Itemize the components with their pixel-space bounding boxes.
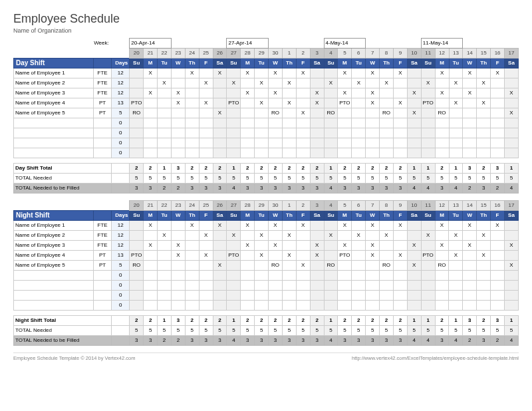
shift-cell[interactable] bbox=[185, 231, 199, 241]
shift-cell[interactable] bbox=[185, 78, 199, 88]
shift-cell[interactable]: X bbox=[338, 241, 352, 251]
shift-cell[interactable]: X bbox=[199, 231, 213, 241]
shift-cell[interactable] bbox=[255, 108, 269, 118]
shift-cell[interactable]: X bbox=[310, 98, 324, 108]
shift-cell[interactable] bbox=[394, 78, 408, 88]
shift-cell[interactable]: X bbox=[255, 251, 269, 261]
week-start[interactable]: 11-May-14 bbox=[421, 39, 463, 49]
shift-cell[interactable]: X bbox=[352, 78, 366, 88]
employee-name[interactable]: Name of Employee 2 bbox=[14, 231, 94, 241]
shift-cell[interactable] bbox=[171, 68, 185, 78]
shift-cell[interactable]: X bbox=[421, 231, 435, 241]
needed-cell[interactable]: 5 bbox=[144, 326, 158, 336]
shift-cell[interactable] bbox=[505, 98, 519, 108]
shift-cell[interactable]: X bbox=[366, 98, 380, 108]
shift-cell[interactable] bbox=[269, 98, 283, 108]
shift-cell[interactable]: X bbox=[199, 98, 213, 108]
shift-cell[interactable] bbox=[282, 88, 296, 98]
shift-cell[interactable]: X bbox=[296, 68, 310, 78]
shift-cell[interactable] bbox=[199, 88, 213, 98]
shift-cell[interactable]: X bbox=[338, 68, 352, 78]
shift-cell[interactable] bbox=[144, 231, 158, 241]
shift-cell[interactable] bbox=[449, 88, 463, 98]
shift-cell[interactable] bbox=[380, 98, 394, 108]
shift-cell[interactable]: X bbox=[407, 108, 421, 118]
shift-cell[interactable] bbox=[158, 68, 172, 78]
shift-cell[interactable]: X bbox=[144, 241, 158, 251]
shift-cell[interactable] bbox=[366, 108, 380, 118]
shift-cell[interactable] bbox=[282, 68, 296, 78]
shift-cell[interactable] bbox=[144, 78, 158, 88]
needed-cell[interactable]: 5 bbox=[296, 174, 310, 184]
needed-cell[interactable]: 5 bbox=[435, 326, 449, 336]
shift-cell[interactable] bbox=[241, 231, 255, 241]
needed-cell[interactable]: 5 bbox=[255, 174, 269, 184]
shift-cell[interactable] bbox=[130, 88, 144, 98]
shift-cell[interactable] bbox=[393, 261, 407, 271]
needed-cell[interactable]: 5 bbox=[158, 174, 172, 184]
shift-cell[interactable] bbox=[463, 78, 477, 88]
shift-cell[interactable] bbox=[505, 78, 519, 88]
shift-cell[interactable] bbox=[352, 98, 366, 108]
shift-cell[interactable]: X bbox=[144, 88, 158, 98]
shift-cell[interactable]: X bbox=[505, 88, 519, 98]
shift-cell[interactable] bbox=[324, 68, 338, 78]
shift-cell[interactable]: X bbox=[282, 231, 296, 241]
shift-cell[interactable] bbox=[421, 108, 435, 118]
shift-cell[interactable] bbox=[255, 241, 269, 251]
shift-cell[interactable] bbox=[310, 231, 324, 241]
shift-cell[interactable] bbox=[394, 108, 408, 118]
shift-cell[interactable]: X bbox=[477, 231, 491, 241]
shift-cell[interactable]: X bbox=[199, 78, 213, 88]
shift-cell[interactable] bbox=[491, 88, 505, 98]
week-start[interactable]: 4-May-14 bbox=[324, 39, 366, 49]
needed-cell[interactable]: 5 bbox=[199, 174, 213, 184]
shift-cell[interactable]: X bbox=[449, 231, 463, 241]
shift-cell[interactable] bbox=[296, 231, 310, 241]
shift-cell[interactable]: X bbox=[505, 108, 519, 118]
shift-cell[interactable] bbox=[199, 68, 213, 78]
needed-cell[interactable]: 5 bbox=[241, 174, 255, 184]
needed-cell[interactable]: 5 bbox=[130, 174, 144, 184]
shift-cell[interactable]: X bbox=[463, 241, 477, 251]
shift-cell[interactable]: X bbox=[380, 78, 394, 88]
shift-cell[interactable] bbox=[158, 241, 172, 251]
needed-cell[interactable]: 5 bbox=[338, 174, 352, 184]
shift-cell[interactable]: RO bbox=[435, 261, 449, 271]
shift-cell[interactable]: X bbox=[296, 108, 310, 118]
shift-cell[interactable]: X bbox=[366, 241, 380, 251]
needed-cell[interactable]: 5 bbox=[449, 174, 463, 184]
shift-cell[interactable]: RO bbox=[269, 261, 283, 271]
employee-name[interactable]: Name of Employee 1 bbox=[14, 221, 94, 231]
shift-cell[interactable]: PTO bbox=[421, 251, 435, 261]
shift-cell[interactable] bbox=[185, 98, 199, 108]
shift-cell[interactable] bbox=[380, 221, 394, 231]
needed-cell[interactable]: 5 bbox=[144, 174, 158, 184]
shift-cell[interactable]: X bbox=[449, 98, 463, 108]
employee-type[interactable]: FTE bbox=[94, 88, 112, 98]
shift-cell[interactable]: X bbox=[504, 261, 518, 271]
shift-cell[interactable]: X bbox=[269, 221, 283, 231]
needed-cell[interactable]: 5 bbox=[366, 326, 380, 336]
shift-cell[interactable]: PTO bbox=[338, 98, 352, 108]
shift-cell[interactable]: X bbox=[158, 78, 172, 88]
shift-cell[interactable] bbox=[282, 108, 296, 118]
needed-cell[interactable]: 5 bbox=[463, 174, 477, 184]
shift-cell[interactable]: X bbox=[213, 261, 227, 271]
needed-cell[interactable]: 5 bbox=[324, 326, 338, 336]
needed-cell[interactable]: 5 bbox=[171, 174, 185, 184]
shift-cell[interactable] bbox=[421, 221, 435, 231]
needed-cell[interactable]: 5 bbox=[477, 174, 491, 184]
shift-cell[interactable]: X bbox=[241, 221, 255, 231]
needed-cell[interactable]: 5 bbox=[171, 326, 185, 336]
shift-cell[interactable]: X bbox=[380, 231, 394, 241]
shift-cell[interactable] bbox=[158, 221, 172, 231]
shift-cell[interactable] bbox=[463, 261, 477, 271]
shift-cell[interactable] bbox=[185, 261, 199, 271]
shift-cell[interactable]: RO bbox=[380, 108, 394, 118]
shift-cell[interactable] bbox=[491, 78, 505, 88]
shift-cell[interactable] bbox=[407, 221, 421, 231]
needed-cell[interactable]: 5 bbox=[338, 326, 352, 336]
shift-cell[interactable] bbox=[421, 261, 435, 271]
shift-cell[interactable]: PTO bbox=[130, 251, 144, 261]
